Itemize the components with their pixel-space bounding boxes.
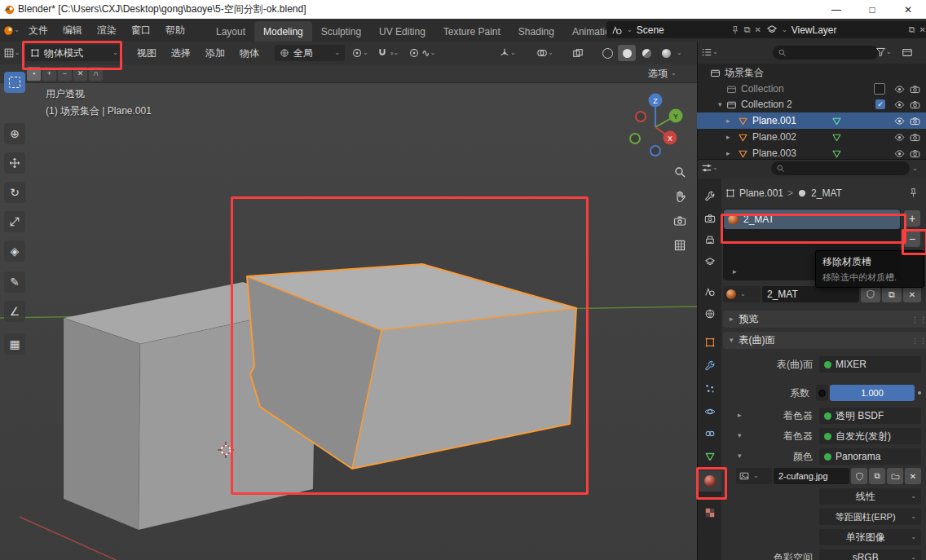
caret-right-icon[interactable]: ▸	[726, 134, 730, 141]
unlink-material-icon[interactable]: ✕	[903, 286, 921, 302]
preview-section-header[interactable]: ▸ 预览 ⋮⋮	[723, 311, 926, 328]
remove-material-slot-button[interactable]: −	[904, 231, 920, 247]
tab-material[interactable]	[698, 470, 721, 492]
chevron-down-icon[interactable]: ⌄	[912, 165, 918, 172]
pin-icon[interactable]	[730, 25, 740, 35]
outliner-filter-icon[interactable]: ⌄	[875, 46, 892, 57]
xray-toggle-icon[interactable]	[572, 47, 584, 59]
browse-image-dropdown[interactable]: ⌄	[736, 468, 772, 484]
menu-window[interactable]: 窗口	[124, 19, 158, 42]
new-viewlayer-icon[interactable]: ⧉	[909, 24, 915, 35]
viewport-options-button[interactable]: 选项 ⌄	[648, 67, 677, 81]
breadcrumb-material[interactable]: 2_MAT	[811, 187, 842, 199]
interpolation-dropdown[interactable]: 线性 ⌄	[819, 488, 921, 505]
properties-search-input[interactable]	[788, 162, 905, 175]
select-mode-invert-icon[interactable]: ✕	[73, 67, 87, 81]
tab-render[interactable]	[698, 208, 721, 229]
camera-view-icon[interactable]	[670, 211, 690, 231]
tab-texture-paint[interactable]: Texture Paint	[434, 21, 509, 42]
caret-down-icon[interactable]: ▾	[718, 101, 722, 108]
tab-view-layer[interactable]	[698, 252, 721, 273]
disable-render-camera-icon[interactable]	[910, 99, 920, 110]
tab-uv-editing[interactable]: UV Editing	[370, 21, 434, 42]
overlays-dropdown[interactable]: ⌄	[536, 47, 553, 59]
outliner-row-plane002[interactable]: ▸ Plane.002	[697, 129, 926, 145]
colorspace-dropdown[interactable]: sRGB ⌄	[819, 549, 921, 560]
menu-render[interactable]: 渲染	[90, 19, 124, 42]
tab-object-data[interactable]	[698, 446, 721, 467]
scene-selector[interactable]: ⌄ Scene ⧉ ✕	[606, 21, 766, 38]
material-name-field[interactable]: 2_MAT	[762, 286, 859, 302]
factor-slider[interactable]: 1.000	[830, 385, 915, 401]
rotate-tool[interactable]: ↻	[4, 182, 25, 203]
proportional-edit-icon[interactable]	[408, 47, 420, 59]
shader2-dropdown[interactable]: 自发光(发射)	[819, 428, 921, 444]
breadcrumb-object[interactable]: Plane.001	[739, 187, 783, 199]
shading-solid-icon[interactable]	[618, 45, 636, 61]
image-name-field[interactable]: 2-cufang.jpg	[774, 468, 849, 484]
tab-physics[interactable]	[698, 401, 721, 422]
surface-section-header[interactable]: ▾ 表(曲)面 ⋮⋮	[723, 332, 926, 349]
gizmo-axis-neg-y[interactable]	[630, 134, 640, 143]
measure-tool[interactable]: ∠	[4, 301, 25, 322]
add-cube-tool[interactable]: ▦	[4, 333, 25, 355]
remove-viewlayer-icon[interactable]: ✕	[919, 25, 926, 34]
exclude-checkbox[interactable]	[874, 83, 885, 95]
tab-particles[interactable]	[698, 378, 721, 399]
open-image-folder-icon[interactable]	[887, 468, 903, 484]
disable-render-camera-icon[interactable]	[910, 116, 920, 126]
scale-tool[interactable]	[4, 211, 25, 232]
tab-texture[interactable]	[698, 502, 721, 523]
properties-search[interactable]	[771, 161, 910, 175]
select-mode-extend-icon[interactable]: +	[42, 67, 56, 81]
orthographic-toggle-icon[interactable]	[670, 236, 690, 255]
tab-tool[interactable]	[698, 186, 721, 207]
exclude-checkbox-checked[interactable]: ✓	[875, 99, 885, 109]
disable-render-camera-icon[interactable]	[910, 84, 920, 95]
outliner-editor-icon[interactable]: ⌄	[701, 46, 718, 58]
outliner-row-scene-collection[interactable]: 场景集合	[697, 64, 926, 81]
projection-dropdown[interactable]: 等距圆柱(ERP) ⌄	[819, 509, 921, 525]
menu-edit[interactable]: 编辑	[55, 19, 90, 42]
tab-world[interactable]	[698, 303, 721, 324]
hide-eye-icon[interactable]	[894, 116, 905, 126]
snap-toggle-icon[interactable]	[377, 47, 388, 59]
menu-add[interactable]: 添加	[198, 42, 232, 64]
tab-sculpting[interactable]: Sculpting	[312, 21, 370, 42]
blender-menu-icon[interactable]: ⌄	[0, 19, 21, 42]
hide-eye-icon[interactable]	[894, 99, 905, 110]
color-dropdown[interactable]: Panorama	[819, 448, 921, 465]
move-tool[interactable]	[4, 152, 25, 174]
outliner-search-input[interactable]	[790, 46, 874, 60]
caret-right-icon[interactable]: ▸	[726, 117, 730, 125]
outliner-row-collection2[interactable]: ▾ Collection 2 ✓	[697, 96, 926, 112]
new-material-icon[interactable]: ⧉	[882, 286, 902, 302]
3d-viewport-canvas[interactable]	[0, 64, 697, 560]
navigation-gizmo[interactable]: Z Y X	[621, 89, 690, 158]
gizmo-axis-neg-z[interactable]	[650, 146, 660, 156]
surface-type-dropdown[interactable]: MIXER	[819, 356, 921, 373]
transform-orientation-dropdown[interactable]: 全局 ⌄	[275, 45, 345, 61]
unlink-scene-icon[interactable]: ✕	[755, 25, 761, 34]
cursor-tool[interactable]: ⊕	[4, 123, 25, 144]
hide-eye-icon[interactable]	[894, 84, 905, 95]
tab-modeling[interactable]: Modeling	[254, 21, 312, 42]
close-button[interactable]: ✕	[890, 0, 926, 19]
proportional-falloff-dropdown[interactable]: ∿ ⌄	[421, 47, 435, 59]
snap-target-dropdown[interactable]: ◦ ⌄	[390, 48, 399, 58]
shading-material-icon[interactable]	[637, 45, 655, 61]
shader1-dropdown[interactable]: 透明 BSDF	[819, 408, 921, 424]
select-mode-new-icon[interactable]: ▪	[27, 67, 41, 81]
show-gizmos-dropdown[interactable]: ⌄	[499, 47, 516, 59]
select-mode-intersect-icon[interactable]: ∩	[89, 67, 103, 81]
tab-scene[interactable]	[698, 281, 721, 302]
socket-icon[interactable]	[816, 385, 828, 401]
minimize-button[interactable]: —	[818, 0, 854, 19]
outliner-row-plane001[interactable]: ▸ Plane.001	[697, 112, 926, 129]
tab-object[interactable]	[698, 332, 721, 353]
shading-wireframe-icon[interactable]	[598, 45, 616, 61]
caret-right-icon[interactable]: ▸	[738, 412, 742, 419]
source-dropdown[interactable]: 单张图像 ⌄	[819, 529, 921, 545]
menu-object[interactable]: 物体	[232, 42, 267, 64]
hide-eye-icon[interactable]	[894, 148, 905, 159]
